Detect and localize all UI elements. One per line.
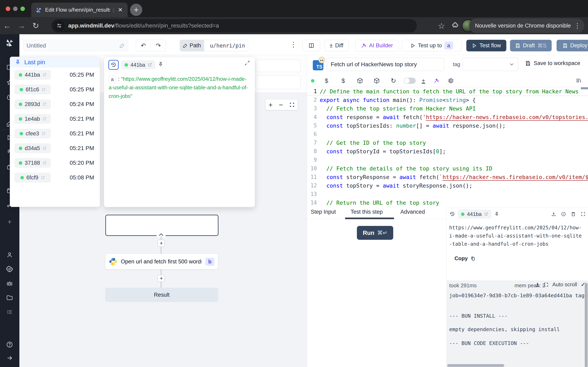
pin-id-chip[interactable]: cfee3 bbox=[15, 129, 51, 138]
log-panel[interactable]: took 291ms mem peak: 2 Auto scroll ✓ job… bbox=[447, 281, 588, 367]
step-summary-input[interactable]: Fetch url of HackerNews top story bbox=[327, 58, 444, 71]
minimize-window-button[interactable] bbox=[13, 7, 17, 11]
result-job-chip[interactable]: 441ba bbox=[458, 210, 492, 218]
user-icon[interactable] bbox=[6, 251, 13, 258]
new-tab-button[interactable]: + bbox=[130, 4, 142, 16]
add-icon[interactable] bbox=[7, 219, 13, 225]
back-icon[interactable]: ← bbox=[0, 21, 14, 30]
code-line[interactable]: 5 const topStoriesIds: number[] = await … bbox=[307, 121, 588, 130]
external-link-icon[interactable] bbox=[43, 102, 47, 106]
deploy-button[interactable]: Deploy bbox=[557, 40, 588, 51]
insert-step-button[interactable] bbox=[157, 240, 165, 247]
copy-button[interactable]: Copy bbox=[454, 255, 476, 262]
more-options-icon[interactable]: ⋮ bbox=[290, 40, 297, 49]
diff-toggle[interactable] bbox=[404, 78, 416, 84]
download-icon[interactable] bbox=[551, 212, 556, 217]
pin-list-item[interactable]: 3718805:20 PM bbox=[10, 156, 100, 170]
tag-select[interactable] bbox=[463, 58, 518, 71]
tab-step-input[interactable]: Step Input bbox=[311, 209, 336, 215]
url-text[interactable]: app.windmill.dev/flows/edit/u/henri/pin_… bbox=[68, 22, 219, 29]
pin-list-item[interactable]: cfee305:21 PM bbox=[10, 126, 100, 141]
pinned-job-chip[interactable]: 441ba bbox=[121, 60, 155, 69]
pin-icon[interactable] bbox=[494, 212, 499, 217]
code-line[interactable]: 3 // Fetch the top stories from Hacker N… bbox=[307, 104, 588, 113]
code-line[interactable]: 6 bbox=[307, 130, 588, 138]
flow-trigger-node[interactable] bbox=[256, 75, 301, 89]
log-horizontal-scrollbar[interactable] bbox=[447, 364, 504, 367]
address-bar[interactable]: app.windmill.dev/flows/edit/u/henri/pin_… bbox=[52, 19, 417, 33]
folders-icon[interactable] bbox=[6, 294, 13, 301]
pin-list-item[interactable]: 2893d05:24 PM bbox=[10, 97, 100, 111]
plusminus-icon[interactable]: ± bbox=[418, 77, 429, 84]
flow-input-node[interactable] bbox=[256, 60, 301, 72]
flow-name-input[interactable]: Untitled bbox=[23, 40, 128, 51]
logs-icon[interactable] bbox=[6, 309, 13, 315]
pin-id-chip[interactable]: 441ba bbox=[15, 70, 51, 80]
test-flow-button[interactable]: Test flow bbox=[466, 40, 506, 51]
external-link-icon[interactable] bbox=[484, 212, 488, 216]
ai-wand-icon[interactable] bbox=[429, 78, 443, 83]
chrome-update-button[interactable]: Nouvelle version de Chrome disponible ⋮ bbox=[469, 18, 584, 33]
reset-icon[interactable]: ↻ bbox=[385, 77, 402, 85]
test-up-to-button[interactable]: Test up to a bbox=[402, 40, 461, 51]
log-vertical-scrollbar[interactable] bbox=[585, 283, 588, 367]
save-to-workspace-button[interactable]: Save to workspace bbox=[525, 60, 580, 67]
history-button[interactable] bbox=[108, 60, 119, 70]
pin-id-chip[interactable]: 37188 bbox=[15, 158, 51, 168]
pin-id-chip[interactable]: 1e4ab bbox=[15, 114, 51, 124]
zoom-in-button[interactable]: + bbox=[268, 101, 273, 109]
code-line[interactable]: 14 // Return the URL of the top story bbox=[307, 198, 588, 207]
download-icon[interactable] bbox=[535, 282, 540, 287]
code-line[interactable]: 1// Define the main function to fetch th… bbox=[307, 87, 588, 96]
code-line[interactable]: 10 // Fetch the details of the top story… bbox=[307, 164, 588, 173]
zoom-out-button[interactable]: − bbox=[279, 101, 283, 109]
bookmark-star-icon[interactable]: ☆ bbox=[438, 21, 445, 31]
external-link-icon[interactable] bbox=[43, 73, 47, 77]
insert-step-button[interactable] bbox=[157, 275, 165, 282]
expand-icon[interactable] bbox=[245, 60, 250, 66]
diff-button[interactable]: ± Diff bbox=[324, 40, 349, 51]
collapse-sidebar-icon[interactable] bbox=[6, 355, 13, 361]
external-link-icon[interactable] bbox=[42, 132, 46, 136]
package-icon[interactable] bbox=[352, 78, 368, 84]
package-icon-2[interactable] bbox=[368, 78, 385, 84]
pin-id-chip[interactable]: d34a5 bbox=[15, 143, 51, 153]
pin-list-item[interactable]: 6fcf905:08 PM bbox=[10, 170, 100, 185]
code-line[interactable]: 4 const response = await fetch('https://… bbox=[307, 113, 588, 121]
undo-button[interactable]: ↶ bbox=[136, 42, 151, 49]
help-icon[interactable] bbox=[6, 341, 13, 348]
save-draft-button[interactable]: Draft ⌘S bbox=[510, 40, 552, 51]
cost-icon[interactable]: $ bbox=[318, 77, 335, 84]
external-link-icon[interactable] bbox=[42, 87, 46, 92]
pin-id-chip[interactable]: 6fcf9 bbox=[15, 173, 51, 183]
close-window-button[interactable] bbox=[6, 7, 10, 11]
result-node[interactable]: Result bbox=[105, 288, 218, 302]
tab-advanced[interactable]: Advanced bbox=[400, 209, 425, 215]
library-icon[interactable] bbox=[576, 77, 582, 83]
pin-id-chip[interactable]: 6f1c6 bbox=[15, 85, 51, 94]
ai-builder-button[interactable]: AI Builder bbox=[355, 40, 398, 51]
info-icon[interactable] bbox=[561, 212, 566, 217]
code-line[interactable]: 2export async function main(): Promise<s… bbox=[307, 96, 588, 104]
settings-gear-icon[interactable] bbox=[6, 266, 13, 273]
code-editor[interactable]: 1// Define the main function to fetch th… bbox=[307, 87, 588, 208]
pin-list-item[interactable]: 1e4ab05:21 PM bbox=[10, 111, 100, 126]
code-line[interactable]: 13 bbox=[307, 190, 588, 198]
external-link-icon[interactable] bbox=[41, 175, 45, 180]
tab-test-this-step[interactable]: Test this step bbox=[351, 209, 383, 215]
pin-icon[interactable] bbox=[158, 62, 163, 67]
extensions-icon[interactable] bbox=[452, 21, 459, 29]
forward-icon[interactable]: → bbox=[14, 21, 29, 30]
browser-tab[interactable]: Edit Flow u/henri/pin_results | ✕ bbox=[31, 3, 128, 17]
code-line[interactable]: 8 const topStoryId = topStoriesIds[0]; bbox=[307, 147, 588, 156]
redo-button[interactable]: ↷ bbox=[151, 42, 166, 49]
reload-icon[interactable]: ↻ bbox=[29, 21, 43, 30]
browser-menu-icon[interactable]: ⋮ bbox=[574, 22, 581, 30]
pin-list-item[interactable]: d34a505:21 PM bbox=[10, 141, 100, 156]
site-settings-icon[interactable] bbox=[54, 20, 65, 31]
zoom-window-button[interactable] bbox=[20, 7, 25, 11]
pin-id-chip[interactable]: 2893d bbox=[15, 99, 51, 109]
python-step-node-b[interactable]: Open url and fetch first 500 words of ..… bbox=[105, 254, 218, 269]
path-button[interactable]: Path u/henri/pin bbox=[180, 40, 248, 51]
clipboard-icon[interactable] bbox=[571, 212, 576, 217]
